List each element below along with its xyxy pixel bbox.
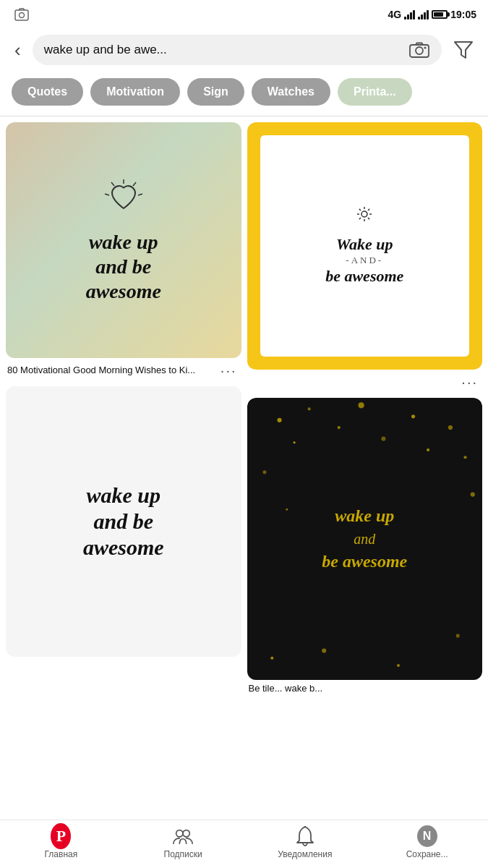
image-1-content: wake upand beawesome bbox=[6, 122, 241, 358]
network-label: 4G bbox=[388, 9, 402, 20]
chip-quotes[interactable]: Quotes bbox=[12, 78, 83, 106]
bottom-spacer bbox=[0, 701, 488, 766]
svg-line-8 bbox=[138, 194, 142, 195]
chip-motivation[interactable]: Motivation bbox=[90, 78, 180, 106]
quote-text-2: Wake up-AND-be awesome bbox=[325, 234, 403, 286]
notifications-icon bbox=[295, 826, 315, 846]
back-button[interactable]: ‹ bbox=[12, 38, 24, 62]
svg-line-10 bbox=[105, 194, 109, 195]
profile-nav-label: Сохране... bbox=[406, 849, 448, 859]
bottom-nav: P Главная Подписки Уведомления N bbox=[0, 820, 488, 868]
home-nav-icon: P bbox=[51, 826, 71, 846]
status-icons: 4G 19:05 bbox=[388, 9, 477, 20]
svg-line-7 bbox=[133, 182, 136, 186]
image-2: Wake up-AND-be awesome bbox=[247, 122, 483, 370]
search-area: ‹ wake up and be awe... bbox=[0, 29, 488, 71]
svg-point-38 bbox=[183, 830, 189, 837]
filter-button[interactable] bbox=[450, 37, 476, 63]
chip-printable[interactable]: Printa... bbox=[338, 78, 412, 106]
chips-row: Quotes Motivation Sign Watches Printa... bbox=[0, 71, 488, 116]
image-3-content: wake upand beawesome bbox=[6, 386, 241, 657]
caption-text-1: 80 Motivational Good Morning Wishes to K… bbox=[7, 365, 218, 377]
image-1: wake upand beawesome bbox=[6, 122, 241, 358]
image-2-inner: Wake up-AND-be awesome bbox=[260, 135, 470, 357]
caption-row-4: Be tile... wake b... bbox=[247, 680, 483, 701]
image-4-content: wake upandbe awesome bbox=[247, 398, 483, 681]
svg-point-4 bbox=[424, 47, 427, 49]
nav-subscriptions[interactable]: Подписки bbox=[122, 826, 244, 859]
image-4: wake upandbe awesome bbox=[247, 398, 483, 681]
heart-sun-icon bbox=[102, 176, 145, 223]
image-grid: wake upand beawesome 80 Motivational Goo… bbox=[0, 122, 488, 701]
notifications-nav-label: Уведомления bbox=[278, 849, 332, 859]
svg-line-16 bbox=[359, 209, 361, 210]
home-nav-label: Главная bbox=[45, 849, 78, 859]
photo-icon bbox=[12, 6, 32, 23]
grid-item-4[interactable]: wake upandbe awesome Be tile... wake b..… bbox=[247, 398, 483, 701]
chip-sign[interactable]: Sign bbox=[187, 78, 244, 106]
svg-line-17 bbox=[368, 218, 369, 219]
quote-text-4: wake upandbe awesome bbox=[322, 505, 407, 573]
battery-icon bbox=[432, 10, 448, 19]
svg-line-9 bbox=[111, 182, 114, 186]
user-initial: N bbox=[417, 825, 437, 847]
status-bar-left bbox=[12, 6, 384, 23]
divider bbox=[0, 116, 488, 116]
search-bar[interactable]: wake up and be awe... bbox=[33, 35, 442, 65]
grid-item-3[interactable]: wake upand beawesome bbox=[6, 386, 241, 657]
grid-column-left: wake upand beawesome 80 Motivational Goo… bbox=[6, 122, 241, 701]
signal-icon bbox=[404, 9, 415, 20]
search-query: wake up and be awe... bbox=[44, 43, 401, 57]
svg-point-3 bbox=[416, 47, 423, 54]
status-bar: 4G 19:05 bbox=[0, 0, 488, 29]
nav-notifications[interactable]: Уведомления bbox=[244, 826, 367, 859]
svg-line-18 bbox=[368, 209, 369, 210]
caption-row-2: ··· bbox=[247, 370, 483, 398]
grid-column-right: Wake up-AND-be awesome ··· bbox=[247, 122, 483, 701]
subscriptions-icon bbox=[173, 826, 193, 846]
svg-point-1 bbox=[20, 13, 25, 18]
grid-item-2[interactable]: Wake up-AND-be awesome ··· bbox=[247, 122, 483, 398]
svg-point-11 bbox=[361, 211, 367, 217]
svg-marker-5 bbox=[455, 42, 472, 58]
signal-icon-2 bbox=[418, 9, 429, 20]
sun-icon bbox=[356, 205, 373, 226]
quote-text-3: wake upand beawesome bbox=[83, 482, 164, 561]
quote-text-1: wake upand beawesome bbox=[86, 230, 161, 303]
caption-row-1: 80 Motivational Good Morning Wishes to K… bbox=[6, 358, 241, 386]
svg-point-37 bbox=[176, 830, 183, 837]
time-label: 19:05 bbox=[450, 9, 476, 20]
image-3: wake upand beawesome bbox=[6, 386, 241, 657]
chip-watches[interactable]: Watches bbox=[252, 78, 330, 106]
camera-button[interactable] bbox=[408, 42, 430, 58]
subscriptions-nav-label: Подписки bbox=[164, 849, 202, 859]
svg-rect-0 bbox=[15, 10, 28, 20]
grid-item-1[interactable]: wake upand beawesome 80 Motivational Goo… bbox=[6, 122, 241, 386]
pinterest-logo: P bbox=[51, 823, 71, 849]
nav-profile[interactable]: N Сохране... bbox=[366, 826, 488, 859]
more-button-1[interactable]: ··· bbox=[218, 361, 240, 380]
nav-home[interactable]: P Главная bbox=[0, 826, 122, 859]
caption-text-4: Be tile... wake b... bbox=[249, 683, 481, 695]
more-button-2[interactable]: ··· bbox=[458, 373, 481, 392]
profile-icon: N bbox=[417, 826, 437, 846]
svg-line-19 bbox=[359, 218, 361, 219]
